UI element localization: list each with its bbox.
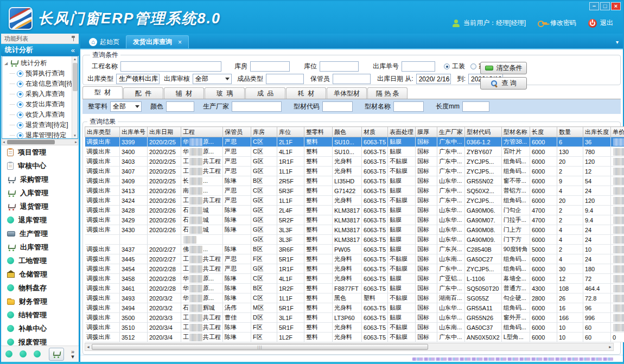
- table-row[interactable]: 调拨出库34292020/2/26石城陈琳G区5R2F整料KLM38176063…: [85, 215, 624, 225]
- module-dot-icon[interactable]: [5, 350, 12, 357]
- table-row[interactable]: 调拨出库34092020/2/25长...陈琳B区2R5F整料LI35HD606…: [85, 176, 624, 186]
- table-row[interactable]: 调拨出库34942020/3/2石辉城汤伟M区5R1F整料光身料6063-T5贴…: [85, 303, 624, 313]
- column-header[interactable]: 库房: [251, 127, 277, 137]
- close-button[interactable]: ×: [611, 2, 621, 10]
- tree-item[interactable]: 退库管理[待定: [4, 130, 72, 138]
- column-header[interactable]: 表面处理: [388, 127, 416, 137]
- table-row[interactable]: 调拨出库34242020/2/26工共工程严思G区1L1F整料光身料6063-T…: [85, 196, 624, 206]
- module-dot-icon[interactable]: [34, 350, 41, 357]
- maker-input[interactable]: [232, 101, 282, 112]
- material-tab[interactable]: 配 件: [123, 87, 163, 99]
- length-input[interactable]: [462, 101, 489, 112]
- sidebar-menu-item[interactable]: 采购管理: [2, 173, 78, 186]
- table-row[interactable]: 调拨出库35102020/3/4工共工程陈琳F区5R1F整料光身料6063-T5…: [85, 323, 624, 333]
- sidebar-menu-item[interactable]: 报废管理: [2, 335, 78, 346]
- sidebar-menu-item[interactable]: 审核中心: [2, 159, 78, 173]
- sidebar-menu-item[interactable]: 结转管理: [2, 308, 78, 322]
- column-header[interactable]: 出库长度: [583, 127, 610, 137]
- scroll-thumb[interactable]: [73, 63, 78, 91]
- tree-item[interactable]: 预算执行查询: [4, 68, 72, 79]
- tree-item[interactable]: 采购入库查询: [4, 89, 72, 99]
- table-row[interactable]: 调拨出库34452020/2/27工共工程严思F区5R1F整料光身料6063-T…: [85, 254, 624, 264]
- radio-gongzhuang[interactable]: [444, 63, 450, 69]
- sidebar-menu-item[interactable]: 生产管理: [2, 227, 78, 240]
- scroll-left-icon[interactable]: ◄: [2, 141, 5, 144]
- sidebar-menu-item[interactable]: 入库管理: [2, 186, 78, 200]
- column-header[interactable]: 数量: [557, 127, 583, 137]
- keeper-input[interactable]: [333, 74, 371, 84]
- column-header[interactable]: 保管员: [223, 127, 251, 137]
- cart-module-button[interactable]: [49, 348, 64, 361]
- column-header[interactable]: 出库类型: [85, 127, 120, 137]
- tree-hscrollbar[interactable]: ◄ ►: [2, 139, 78, 145]
- section-header[interactable]: 统计分析 «: [1, 44, 79, 56]
- table-row[interactable]: 调拨出库34932020/3/2华原...陈琳C区1L1F整料黑色塑料不贴膜国标…: [85, 293, 624, 303]
- date-from-picker[interactable]: 2020/ 2/16: [416, 74, 451, 84]
- pin-icon[interactable]: [71, 35, 75, 42]
- warehouse-input[interactable]: [250, 61, 290, 72]
- column-header[interactable]: 长度: [530, 127, 557, 137]
- tree-root[interactable]: ◢ 统计分析: [4, 58, 72, 68]
- maximize-button[interactable]: □: [600, 2, 610, 10]
- audit-combo[interactable]: 全部: [193, 74, 232, 84]
- tree-item[interactable]: 在途信息查询[待: [4, 79, 72, 89]
- material-tab[interactable]: 耗 材: [286, 87, 326, 99]
- whole-part-combo[interactable]: 全部: [110, 101, 142, 112]
- location-input[interactable]: [320, 61, 359, 72]
- column-header[interactable]: 库位: [277, 127, 304, 137]
- scroll-left-icon[interactable]: ◄: [86, 345, 90, 349]
- material-tab[interactable]: 辅 材: [164, 87, 204, 99]
- order-no-input[interactable]: [402, 61, 435, 72]
- column-header[interactable]: 单价: [610, 127, 624, 137]
- change-password-link[interactable]: 修改密码: [550, 18, 576, 28]
- sidebar-menu-item[interactable]: 退库管理: [2, 213, 78, 227]
- table-row[interactable]: 调拨出库34032020/2/25工共工程严思G区1R1F整料光身料6063-T…: [85, 157, 624, 167]
- table-row[interactable]: 调拨出库34302020/2/26石城陈琳G区3L3F整料KLM38176063…: [85, 225, 624, 235]
- column-header[interactable]: 材质: [362, 127, 388, 137]
- module-dot-icon[interactable]: [20, 350, 27, 357]
- tree-item[interactable]: 退货查询[待定]: [4, 120, 72, 130]
- tree-expander-icon[interactable]: ◢: [4, 61, 8, 65]
- column-header[interactable]: 型材代码: [465, 127, 502, 137]
- material-tab[interactable]: 成 品: [245, 87, 285, 99]
- clear-conditions-button[interactable]: 清空条件: [480, 62, 527, 74]
- table-row[interactable]: 调拨出库34132020/2/26南...严思C区5R3F整料G71422606…: [85, 186, 624, 196]
- scroll-thumb[interactable]: |||: [92, 344, 428, 350]
- table-row[interactable]: 调拨出库34542020/2/28工共工程严思G区1R1F整料光身料6063-T…: [85, 264, 624, 274]
- sidebar-menu-item[interactable]: 物料盘存: [2, 281, 78, 295]
- search-button[interactable]: 查 询: [480, 77, 527, 90]
- scroll-up-icon[interactable]: ▲: [73, 56, 77, 62]
- table-row[interactable]: 调拨出库34072020/2/25工共工程严思G区1L1F整料光身料6063-T…: [85, 167, 624, 176]
- table-row[interactable]: G区3L3F整料KLM38176063-T5贴膜国标山东华...GA90M09.…: [85, 235, 624, 245]
- scroll-thumb[interactable]: [7, 140, 55, 144]
- material-tab[interactable]: 玻 璃: [205, 87, 245, 99]
- table-row[interactable]: 调拨出库35002020/3/3工共工程曹佳D区3L1F整料LT3P606063…: [85, 313, 624, 323]
- column-header[interactable]: 出库单号: [120, 127, 148, 137]
- tree-item[interactable]: 发货出库查询: [4, 99, 72, 110]
- sidebar-menu-item[interactable]: 工地管理: [2, 254, 78, 267]
- tab-home[interactable]: 起始页: [82, 35, 126, 48]
- profile-name-input[interactable]: [393, 101, 424, 112]
- column-header[interactable]: 生产厂家: [437, 127, 465, 137]
- logout-link[interactable]: 退出: [600, 18, 613, 28]
- material-tab[interactable]: 隔 热 条: [367, 87, 407, 99]
- table-row[interactable]: 调拨出库34612020/2/28华原...陈琳B区1R2F整料F8877FT6…: [85, 284, 624, 293]
- column-header[interactable]: 工程: [181, 127, 223, 137]
- material-tab[interactable]: 单体型材: [327, 87, 367, 99]
- project-name-input[interactable]: [120, 61, 221, 72]
- table-row[interactable]: 调拨出库34582020/2/28华原...陈琳C区4L1F整料光身料6063-…: [85, 274, 624, 284]
- minimize-button[interactable]: −: [589, 2, 599, 10]
- sidebar-menu-item[interactable]: 仓储管理: [2, 267, 78, 281]
- tree-scrollbar[interactable]: ▲ ▼: [72, 56, 78, 138]
- radio-jiazhuang[interactable]: [470, 63, 476, 69]
- tab-close-icon[interactable]: ×: [178, 39, 182, 46]
- table-hscrollbar[interactable]: ◄ ||| ►: [85, 343, 614, 351]
- outbound-type-combo[interactable]: 生产领料出库: [116, 74, 160, 84]
- sidebar-menu-item[interactable]: 补单中心: [2, 322, 78, 335]
- tree-item[interactable]: 收货入库查询: [4, 110, 72, 120]
- overflow-chevron[interactable]: »▾: [71, 349, 74, 359]
- column-header[interactable]: 整零料: [304, 127, 333, 137]
- table-row[interactable]: 调拨出库35122020/3/4工共工程陈琳F区1L2F整料光身料6063-T5…: [85, 333, 624, 342]
- tab-shipping-query[interactable]: 发货出库查询 ×: [126, 35, 189, 48]
- column-header[interactable]: 出库日期: [148, 127, 181, 137]
